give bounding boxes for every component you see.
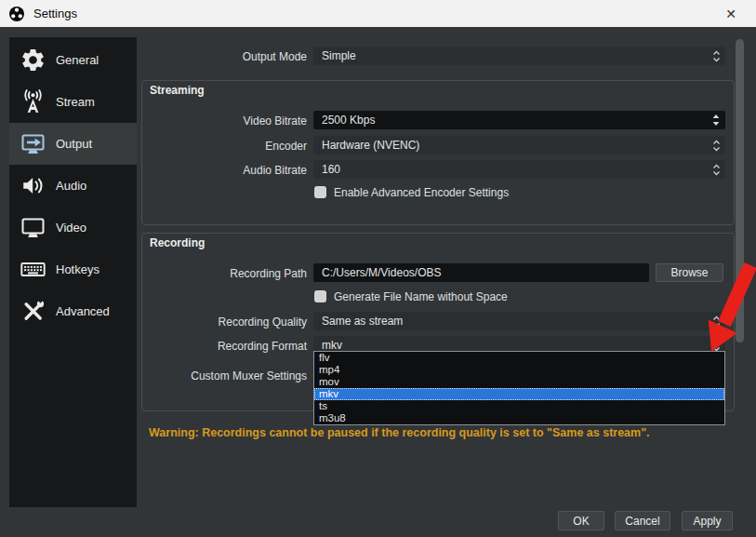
dropdown-option-m3u8[interactable]: m3u8 (314, 412, 724, 424)
custom-muxer-label: Custom Muxer Settings (139, 369, 307, 383)
sidebar-item-label: General (56, 53, 99, 67)
ok-button[interactable]: OK (558, 511, 604, 530)
close-icon[interactable]: ✕ (721, 4, 741, 24)
video-bitrate-spinbox[interactable]: 2500 Kbps (313, 111, 725, 129)
streaming-group-title: Streaming (150, 84, 205, 97)
sidebar-item-general[interactable]: General (9, 39, 137, 81)
chevron-up-down-icon[interactable] (712, 163, 721, 180)
encoder-select[interactable]: Hardware (NVENC) (313, 136, 725, 154)
filename-without-space-checkbox-label: Generate File Name without Space (334, 290, 508, 303)
audio-bitrate-value: 160 (322, 163, 340, 176)
monitor-arrow-icon (18, 129, 47, 159)
sidebar-item-label: Video (56, 221, 86, 235)
keyboard-icon (18, 255, 47, 285)
recording-quality-select[interactable]: Same as stream (313, 312, 725, 330)
output-mode-label: Output Mode (139, 50, 307, 63)
encoder-label: Encoder (139, 140, 307, 153)
advanced-encoder-checkbox-label: Enable Advanced Encoder Settings (334, 186, 509, 199)
video-bitrate-label: Video Bitrate (139, 114, 307, 128)
cancel-button[interactable]: Cancel (615, 511, 670, 530)
apply-button[interactable]: Apply (682, 511, 733, 530)
recording-path-value: C:/Users/M/Videos/OBS (322, 266, 441, 279)
sidebar-item-label: Hotkeys (56, 262, 99, 276)
recording-quality-value: Same as stream (322, 315, 403, 328)
red-pointer-arrow-icon (688, 261, 756, 356)
output-mode-value: Simple (322, 49, 356, 62)
speaker-icon (18, 171, 47, 201)
dropdown-option-mp4[interactable]: mp4 (314, 364, 724, 376)
warning-text: Warning: Recordings cannot be paused if … (149, 426, 725, 439)
sidebar-item-label: Output (56, 137, 92, 151)
obs-logo-icon (8, 6, 25, 22)
recording-format-value: mkv (322, 339, 342, 352)
titlebar: Settings ✕ (0, 0, 756, 27)
sidebar-item-advanced[interactable]: Advanced (9, 290, 137, 332)
recording-format-label: Recording Format (139, 340, 307, 353)
broadcast-icon (18, 87, 47, 117)
sidebar-item-label: Audio (56, 179, 86, 193)
sidebar-item-label: Stream (56, 95, 95, 109)
dropdown-option-flv[interactable]: flv (314, 352, 724, 364)
dropdown-option-ts[interactable]: ts (314, 400, 724, 412)
tools-icon (18, 297, 47, 327)
recording-path-input[interactable]: C:/Users/M/Videos/OBS (313, 263, 649, 282)
advanced-encoder-checkbox[interactable] (314, 186, 326, 198)
gear-icon (18, 46, 47, 75)
recording-quality-label: Recording Quality (139, 315, 307, 329)
filename-without-space-checkbox[interactable] (314, 290, 326, 302)
dropdown-option-mov[interactable]: mov (314, 376, 724, 388)
encoder-value: Hardware (NVENC) (322, 139, 419, 152)
monitor-icon (18, 213, 47, 243)
spinner-up-down-icon[interactable] (711, 113, 721, 130)
sidebar-item-output[interactable]: Output (9, 123, 137, 165)
recording-format-dropdown: flv mp4 mov mkv ts m3u8 (313, 351, 725, 425)
audio-bitrate-label: Audio Bitrate (139, 164, 307, 177)
dropdown-option-mkv[interactable]: mkv (314, 388, 724, 400)
sidebar-item-hotkeys[interactable]: Hotkeys (9, 248, 137, 290)
sidebar-item-stream[interactable]: Stream (9, 81, 137, 123)
output-mode-select[interactable]: Simple (313, 47, 725, 65)
chevron-up-down-icon[interactable] (712, 139, 721, 155)
audio-bitrate-select[interactable]: 160 (313, 160, 725, 179)
video-bitrate-value: 2500 Kbps (322, 114, 375, 127)
chevron-up-down-icon[interactable] (712, 49, 721, 66)
window-title: Settings (33, 7, 77, 20)
recording-path-label: Recording Path (139, 267, 307, 280)
sidebar-item-audio[interactable]: Audio (9, 165, 137, 207)
sidebar-item-video[interactable]: Video (9, 207, 137, 248)
settings-sidebar: General Stream Output (9, 37, 137, 507)
sidebar-item-label: Advanced (56, 304, 110, 318)
recording-group-title: Recording (150, 236, 205, 249)
